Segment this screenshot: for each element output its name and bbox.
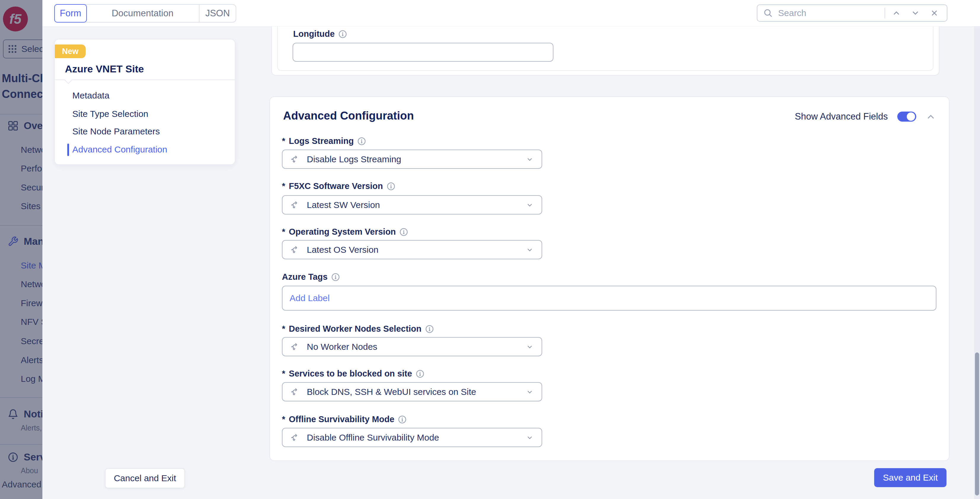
scrollbar-thumb[interactable] bbox=[975, 352, 979, 496]
required-asterisk: * bbox=[282, 227, 285, 237]
info-icon[interactable] bbox=[425, 325, 434, 333]
info-icon[interactable] bbox=[357, 137, 366, 146]
stepper-divider-notch bbox=[64, 76, 72, 84]
required-asterisk: * bbox=[282, 369, 285, 379]
operating-system-version-label: * Operating System Version bbox=[282, 227, 408, 237]
chevron-down-icon bbox=[526, 388, 534, 396]
logs-streaming-select[interactable]: Disable Logs Streaming bbox=[282, 150, 542, 169]
longitude-input[interactable] bbox=[293, 43, 554, 62]
new-badge: New bbox=[55, 45, 86, 58]
show-advanced-fields-label: Show Advanced Fields bbox=[795, 111, 888, 122]
modal-dim-overlay bbox=[0, 0, 42, 499]
select-value: Latest SW Version bbox=[307, 200, 380, 210]
field-label-text: Services to be blocked on site bbox=[289, 369, 412, 379]
stepper-divider bbox=[55, 80, 235, 80]
longitude-label-text: Longitude bbox=[293, 29, 335, 39]
field-label-text: Operating System Version bbox=[289, 227, 396, 237]
info-icon[interactable] bbox=[387, 182, 395, 191]
operating-system-version-select[interactable]: Latest OS Version bbox=[282, 240, 542, 259]
info-icon[interactable] bbox=[399, 228, 408, 236]
info-icon[interactable] bbox=[415, 369, 425, 378]
toggle-knob bbox=[907, 112, 915, 121]
step-metadata[interactable]: Metadata bbox=[72, 91, 110, 100]
modal-top-bar: Form Documentation JSON bbox=[42, 0, 980, 26]
one-of-choice-icon bbox=[290, 154, 300, 164]
step-site-node-parameters[interactable]: Site Node Parameters bbox=[72, 126, 160, 137]
chevron-down-icon bbox=[526, 434, 534, 442]
tab-documentation[interactable]: Documentation bbox=[86, 5, 199, 22]
field-label-text: F5XC Software Version bbox=[289, 181, 383, 191]
find-search-bar bbox=[757, 5, 947, 22]
section-title: Advanced Configuration bbox=[283, 110, 414, 122]
field-label-text: Desired Worker Nodes Selection bbox=[289, 324, 422, 334]
search-separator bbox=[885, 8, 885, 18]
search-next-icon[interactable] bbox=[908, 7, 923, 19]
required-asterisk: * bbox=[282, 415, 285, 424]
one-of-choice-icon bbox=[290, 432, 300, 443]
required-asterisk: * bbox=[282, 324, 285, 334]
select-value: Latest OS Version bbox=[307, 245, 379, 255]
required-asterisk: * bbox=[282, 181, 285, 191]
wizard-title: Azure VNET Site bbox=[65, 63, 144, 75]
select-value: No Worker Nodes bbox=[307, 342, 377, 352]
services-blocked-select[interactable]: Block DNS, SSH & WebUI services on Site bbox=[282, 382, 542, 402]
field-label-text: Offline Survivability Mode bbox=[289, 415, 394, 424]
info-icon[interactable] bbox=[398, 415, 407, 424]
site-node-parameters-card: Longitude bbox=[271, 26, 939, 76]
tab-json[interactable]: JSON bbox=[199, 5, 235, 22]
azure-tags-label: Azure Tags bbox=[282, 272, 340, 282]
f5xc-software-version-select[interactable]: Latest SW Version bbox=[282, 195, 542, 215]
select-value: Block DNS, SSH & WebUI services on Site bbox=[307, 387, 476, 397]
one-of-choice-icon bbox=[290, 342, 300, 352]
search-input[interactable] bbox=[778, 8, 881, 18]
offline-survivability-label: * Offline Survivability Mode bbox=[282, 415, 407, 424]
select-value: Disable Offline Survivability Mode bbox=[307, 432, 439, 443]
cancel-and-exit-button[interactable]: Cancel and Exit bbox=[105, 468, 185, 488]
add-label-placeholder[interactable]: Add Label bbox=[290, 293, 329, 303]
show-advanced-fields-toggle[interactable] bbox=[897, 112, 916, 122]
search-icon bbox=[762, 7, 774, 19]
one-of-choice-icon bbox=[290, 200, 300, 210]
info-icon[interactable] bbox=[338, 30, 347, 38]
chevron-down-icon bbox=[526, 343, 534, 351]
required-asterisk: * bbox=[282, 136, 285, 146]
wizard-stepper-card: New Azure VNET Site Metadata Site Type S… bbox=[54, 39, 235, 165]
desired-worker-nodes-select[interactable]: No Worker Nodes bbox=[282, 337, 542, 356]
search-prev-icon[interactable] bbox=[889, 7, 904, 19]
longitude-field-label: Longitude bbox=[293, 29, 347, 39]
one-of-choice-icon bbox=[290, 387, 300, 397]
step-advanced-configuration[interactable]: Advanced Configuration bbox=[72, 145, 167, 155]
save-and-exit-button[interactable]: Save and Exit bbox=[874, 468, 947, 487]
offline-survivability-select[interactable]: Disable Offline Survivability Mode bbox=[282, 428, 542, 447]
section-header-controls: Show Advanced Fields bbox=[795, 111, 936, 122]
app-root: f5 Select Multi-Cl Connec bbox=[0, 0, 980, 499]
advanced-configuration-card: Advanced Configuration Show Advanced Fie… bbox=[269, 96, 950, 461]
select-value: Disable Logs Streaming bbox=[307, 154, 401, 164]
field-label-text: Azure Tags bbox=[282, 272, 328, 282]
view-tab-group: Form Documentation JSON bbox=[54, 4, 236, 22]
chevron-down-icon bbox=[526, 155, 534, 163]
tab-form[interactable]: Form bbox=[54, 4, 87, 22]
f5xc-software-version-label: * F5XC Software Version bbox=[282, 181, 395, 191]
desired-worker-nodes-label: * Desired Worker Nodes Selection bbox=[282, 324, 434, 334]
azure-tags-input[interactable]: Add Label bbox=[282, 286, 936, 311]
info-icon[interactable] bbox=[331, 273, 340, 282]
chevron-down-icon bbox=[526, 246, 534, 254]
step-site-type-selection[interactable]: Site Type Selection bbox=[72, 109, 148, 119]
chevron-down-icon bbox=[526, 201, 534, 209]
active-step-indicator bbox=[67, 143, 69, 156]
field-label-text: Logs Streaming bbox=[289, 136, 354, 146]
services-blocked-label: * Services to be blocked on site bbox=[282, 369, 425, 379]
one-of-choice-icon bbox=[290, 245, 300, 255]
search-close-icon[interactable] bbox=[927, 7, 942, 19]
logs-streaming-label: * Logs Streaming bbox=[282, 136, 366, 146]
collapse-chevron-up-icon[interactable] bbox=[926, 112, 936, 122]
